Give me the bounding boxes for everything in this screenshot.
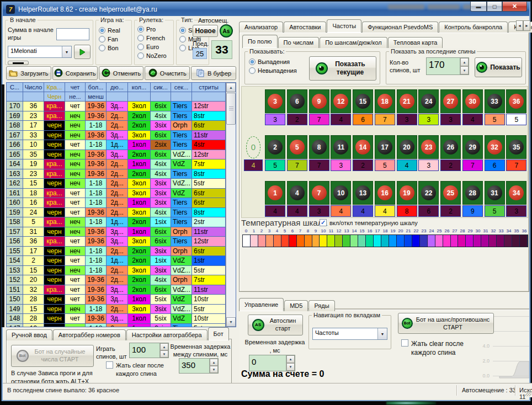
board-number-19[interactable]: 19 (397, 181, 417, 205)
radio-game-0[interactable]: Real (99, 27, 120, 34)
board-number-1[interactable]: 1 (265, 181, 285, 205)
board-number-10[interactable]: 10 (331, 181, 351, 205)
table-row[interactable]: 15132кра...чет19-363д...2кол6sixVdZ...11… (7, 285, 226, 295)
table-row[interactable]: 16118кра...чет1-182д...3кол3sixVdZ6str (7, 189, 226, 199)
board-number-0[interactable]: 0 (244, 135, 263, 159)
resize-grip[interactable] (525, 390, 531, 396)
scroll-up-icon[interactable]: ▲ (226, 83, 236, 92)
temp-scale-checkbox[interactable]: ✓ (320, 219, 327, 226)
bot-random-start-button[interactable]: Bot Бот на случайные числа СТАРТ (11, 345, 94, 367)
board-number-22[interactable]: 22 (418, 181, 439, 205)
board-number-30[interactable]: 30 (462, 89, 483, 113)
clear-after-spin-checkbox[interactable] (106, 361, 113, 369)
board-number-3[interactable]: 3 (265, 89, 285, 113)
board-number-4[interactable]: 4 (287, 181, 307, 205)
autospin-start-button[interactable]: AS Автоспин старт (248, 315, 303, 335)
table-scrollbar[interactable]: ▲ ▼ (226, 83, 236, 327)
as-icon[interactable]: As (220, 24, 233, 38)
tab-freq-0[interactable]: По полю (242, 35, 278, 48)
table-row[interactable]: 15220чернчет19-362д...2кол4sixOrph7str (7, 275, 226, 285)
board-number-14[interactable]: 14 (353, 135, 373, 159)
toolbar-button-2[interactable]: Отменить (99, 66, 144, 80)
board-number-21[interactable]: 21 (397, 89, 417, 113)
tab-right-3[interactable]: Функционал PsevdoMS (362, 22, 438, 33)
tab-control-0[interactable]: Управление (239, 298, 284, 311)
play-spins-stepper[interactable]: 100 ▲▼ (129, 343, 169, 358)
tab-freq-2[interactable]: По шансам/дюж/кол (320, 37, 387, 48)
arrow-up-icon[interactable]: ▲ (460, 58, 469, 66)
show-button[interactable]: Показать (475, 57, 522, 77)
board-number-8[interactable]: 8 (309, 135, 329, 159)
board-number-35[interactable]: 35 (506, 135, 526, 159)
board-number-18[interactable]: 18 (375, 89, 395, 113)
nav-combobox[interactable]: Частоты ▼ (312, 328, 387, 340)
radio-show-1[interactable]: Невыпадения (249, 67, 297, 74)
table-row[interactable]: 15636кра...чет19-363д...3кол6sixTiers12s… (7, 237, 226, 247)
board-number-13[interactable]: 13 (353, 181, 373, 205)
toolbar-button-1[interactable]: Сохранить (52, 66, 98, 80)
tab-input-1[interactable]: Автограббер номеров (53, 329, 126, 340)
arrow-up-icon[interactable]: ▲ (160, 343, 168, 350)
tab-input-2[interactable]: Настройки автограббера (126, 329, 208, 340)
start-play-button[interactable] (74, 45, 91, 59)
tab-freq-3[interactable]: Тепловая карта (388, 37, 443, 48)
table-row[interactable]: 14828чернчет19-363д...1кол5sixVdZ10str (7, 314, 226, 324)
board-number-9[interactable]: 9 (309, 89, 329, 113)
bot-chance-start-button[interactable]: Bot Бот на шанс/противошанс СТАРТ (398, 313, 494, 334)
arrow-down-icon[interactable]: ▼ (210, 366, 218, 373)
board-number-32[interactable]: 32 (485, 135, 505, 159)
radio-game-2[interactable]: Bon (99, 45, 120, 51)
scroll-down-icon[interactable]: ▼ (226, 317, 236, 327)
radio-roulette-0[interactable]: Pro (137, 26, 167, 33)
table-row[interactable]: 15028чернчет19-363д...1кол5sixVdZ10str (7, 295, 226, 305)
board-number-23[interactable]: 23 (418, 135, 439, 159)
tab-control-2[interactable]: Ряды (308, 300, 334, 311)
table-row[interactable]: 15315черннеч1-182д...3кол3sixVdZ...5str (7, 266, 226, 276)
toolbar-button-3[interactable]: Очистить (145, 66, 190, 80)
board-number-25[interactable]: 25 (440, 181, 461, 205)
delay-stepper[interactable]: 350 ▲▼ (179, 358, 219, 374)
tab-right-2[interactable]: Частоты (327, 19, 361, 33)
chevron-down-icon[interactable]: ▼ (62, 46, 71, 57)
board-number-34[interactable]: 34 (506, 181, 526, 205)
radio-roulette-2[interactable]: Euro (137, 44, 167, 50)
table-row[interactable]: 1585кра...неч1-181д...2кол1sixTiers2str (7, 217, 226, 227)
board-number-6[interactable]: 6 (287, 89, 307, 113)
table-row[interactable]: 16535черннеч19-363д...2кол6sixVdZ...12st… (7, 150, 226, 160)
table-row[interactable]: 16419кра...неч19-362д...1кол4sixVdZ7str (7, 159, 226, 169)
arrow-down-icon[interactable]: ▼ (160, 350, 168, 358)
radio-roulette-3[interactable]: NoZero (137, 52, 167, 59)
tab-right-1[interactable]: Автоставки (284, 22, 326, 33)
close-button[interactable]: ✕ (502, 2, 527, 12)
tab-scroll-left-icon[interactable]: ◄ (516, 20, 523, 31)
board-number-7[interactable]: 7 (309, 181, 329, 205)
radio-roulette-1[interactable]: French (137, 35, 167, 41)
table-row[interactable]: 17036кра...чет19-363д...3кол6sixTiers12s… (7, 102, 226, 111)
board-number-5[interactable]: 5 (287, 135, 307, 159)
board-number-33[interactable]: 33 (485, 89, 505, 113)
board-number-27[interactable]: 27 (440, 89, 461, 113)
dash-button[interactable] (8, 61, 29, 65)
table-row[interactable]: 16923кра...неч19-362д...2кол4sixTiers8st… (7, 111, 226, 121)
board-number-29[interactable]: 29 (462, 135, 483, 159)
radio-show-0[interactable]: Выпадения (249, 58, 297, 65)
table-row[interactable]: 16817черннеч1-182д...2кол3sixOrph6str (7, 121, 226, 131)
scrollbar-thumb[interactable] (226, 93, 236, 125)
tab-right-4[interactable]: Контроль банкролла (439, 22, 508, 33)
chevron-down-icon[interactable]: ▼ (377, 328, 387, 339)
board-number-24[interactable]: 24 (418, 89, 439, 113)
tab-control-1[interactable]: MD5 (284, 300, 308, 311)
board-number-26[interactable]: 26 (440, 135, 461, 159)
board-number-36[interactable]: 36 (506, 89, 526, 113)
tab-input-3[interactable]: Бот (208, 327, 229, 340)
table-row[interactable]: 16323кра...неч19-362д...2кол4sixTiers8st… (7, 169, 226, 179)
preset-combobox[interactable]: 1Melonati ▼ (8, 46, 72, 58)
start-sum-input[interactable] (56, 28, 89, 40)
board-number-31[interactable]: 31 (485, 181, 505, 205)
minimize-button[interactable]: ▬ (470, 2, 487, 12)
toolbar-button-4[interactable]: В буфер (191, 66, 236, 80)
table-row[interactable]: 16610чернчет1-181д...1кол2sixTiers4str (7, 140, 226, 150)
table-row[interactable]: 15517черннеч1-182д...2кол3sixOrph6str (7, 247, 226, 257)
new-button[interactable]: Новое (193, 25, 218, 37)
tab-input-0[interactable]: Ручной ввод (6, 329, 52, 340)
